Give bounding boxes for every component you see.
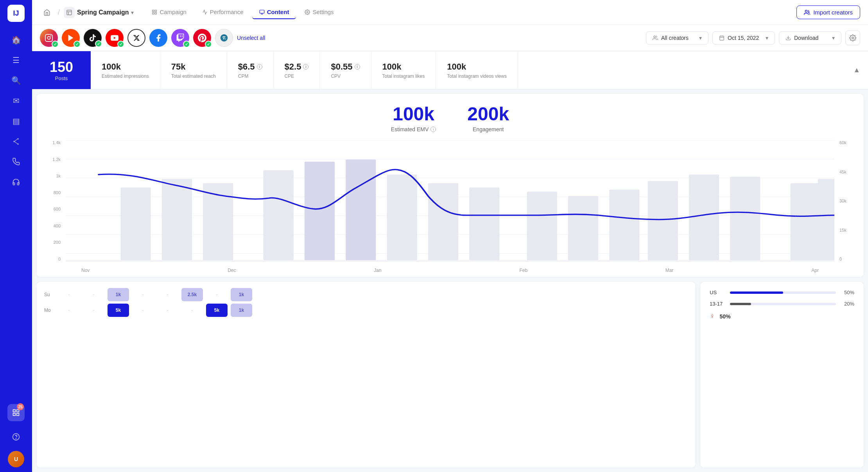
nav-tabs: Campaign Performance Content Settings xyxy=(145,5,341,19)
y-label-1.4k: 1.4k xyxy=(52,140,61,145)
tab-campaign[interactable]: Campaign xyxy=(145,5,193,19)
chart-panel: 100k Estimated EMV i 200k Engagement 1.4… xyxy=(36,93,864,277)
sidebar-bottom: 25 U xyxy=(7,402,25,467)
emv-value: 100k xyxy=(391,103,436,125)
heatmap-cell: - xyxy=(83,304,104,317)
top-navigation: / Spring Campaign ▾ Campaign Performance… xyxy=(32,0,868,25)
sidebar-item-mail[interactable]: ✉ xyxy=(7,92,25,109)
chart-metrics: 100k Estimated EMV i 200k Engagement xyxy=(48,103,852,132)
y-right-60k: 60k xyxy=(839,140,846,145)
sidebar-item-share[interactable] xyxy=(7,133,25,150)
svg-rect-6 xyxy=(17,410,19,412)
user-avatar[interactable]: U xyxy=(8,451,24,467)
heatmap-cell: 1k xyxy=(231,304,252,317)
country-label: US xyxy=(710,290,725,295)
stat-ig-likes: 100k Total instagram likes xyxy=(371,51,436,89)
tab-performance[interactable]: Performance xyxy=(195,5,251,19)
platform-reels[interactable]: ✓ xyxy=(62,29,80,47)
stats-bar: 150 Posts 100k Estimated impressions 75k… xyxy=(32,51,868,89)
sidebar-item-stats-wrap: 25 xyxy=(7,402,25,423)
sidebar-logo[interactable]: IJ xyxy=(7,5,25,22)
sidebar-item-search[interactable]: 🔍 xyxy=(7,72,25,89)
platform-instagram[interactable]: ✓ xyxy=(40,29,58,47)
age-pct: 20% xyxy=(841,301,854,307)
heatmap-cell: - xyxy=(58,288,80,301)
svg-rect-51 xyxy=(469,188,499,260)
svg-rect-54 xyxy=(609,190,639,260)
svg-rect-59 xyxy=(818,179,834,260)
stat-cpe-value: $2.5 i xyxy=(285,62,309,72)
tab-performance-label: Performance xyxy=(210,9,244,15)
cpm-info-icon[interactable]: i xyxy=(257,64,262,70)
creators-dropdown[interactable]: All creators ▾ xyxy=(646,31,708,45)
heatmap-cell: - xyxy=(181,304,203,317)
tab-content[interactable]: Content xyxy=(252,5,296,19)
home-button[interactable] xyxy=(40,5,54,20)
stat-ig-views-value: 100k xyxy=(447,62,466,72)
platform-pinterest[interactable]: ✓ xyxy=(193,29,211,47)
emv-info-icon[interactable]: i xyxy=(430,127,436,132)
x-axis-labels: Nov Dec Jan Feb Mar Apr xyxy=(66,268,834,273)
breadcrumb-separator: / xyxy=(58,8,60,16)
svg-marker-26 xyxy=(68,35,74,41)
chart-area: 1.4k 1.2k 1k 800 600 400 200 0 60k 45k 3… xyxy=(48,140,852,273)
sidebar-item-card[interactable]: ▤ xyxy=(7,113,25,130)
heatmap-cell: 5k xyxy=(206,304,228,317)
creators-chevron-icon: ▾ xyxy=(699,35,702,41)
platform-youtube-check: ✓ xyxy=(117,41,124,48)
age-bar-fill xyxy=(730,303,751,305)
country-pct: 50% xyxy=(841,290,854,295)
tab-content-label: Content xyxy=(267,9,289,15)
svg-rect-47 xyxy=(305,162,335,260)
sidebar-item-help[interactable] xyxy=(7,428,25,445)
platform-twitch[interactable]: ✓ xyxy=(171,29,189,47)
day-label-su: Su xyxy=(44,292,55,297)
heatmap-cell: 2.5k xyxy=(181,288,203,301)
date-dropdown[interactable]: Oct 15, 2022 ▾ xyxy=(712,31,775,45)
svg-rect-43 xyxy=(120,188,151,260)
sidebar-item-home[interactable]: 🏠 xyxy=(7,31,25,48)
age-bar-track xyxy=(730,303,836,305)
heatmap-cell: - xyxy=(157,304,178,317)
svg-point-1 xyxy=(17,138,18,139)
download-label: Download xyxy=(794,35,818,41)
country-bar-track xyxy=(730,291,836,294)
stat-cpe-label: CPE xyxy=(285,73,294,79)
sidebar-item-menu[interactable]: ☰ xyxy=(7,52,25,69)
platform-twitter[interactable] xyxy=(127,29,145,47)
unselect-all-button[interactable]: Unselect all xyxy=(237,35,265,41)
svg-line-3 xyxy=(15,139,18,141)
download-chevron-icon: ▾ xyxy=(832,35,835,41)
stat-ig-likes-label: Total instagram likes xyxy=(382,73,425,79)
svg-rect-58 xyxy=(791,183,821,260)
cpv-info-icon[interactable]: i xyxy=(355,64,360,70)
import-creators-button[interactable]: Import creators xyxy=(796,5,860,19)
platform-youtube[interactable]: ✓ xyxy=(106,29,124,47)
cpe-info-icon[interactable]: i xyxy=(303,64,308,70)
settings-gear-button[interactable] xyxy=(845,30,860,45)
download-dropdown[interactable]: Download ▾ xyxy=(779,31,841,45)
platform-tiktok[interactable]: ✓ xyxy=(84,29,102,47)
sidebar-item-listen[interactable] xyxy=(7,173,25,191)
country-demo-row: US 50% xyxy=(710,290,854,295)
campaign-breadcrumb[interactable]: Spring Campaign ▾ xyxy=(64,7,134,18)
heatmap-cell: - xyxy=(157,288,178,301)
svg-point-24 xyxy=(47,36,50,39)
platform-tiktok-check: ✓ xyxy=(95,40,102,47)
platform-bar-filters: All creators ▾ Oct 15, 2022 ▾ Download ▾ xyxy=(646,30,860,45)
platform-wordpress[interactable] xyxy=(215,29,233,47)
heatmap-cell: - xyxy=(206,288,228,301)
sidebar-item-phone[interactable] xyxy=(7,153,25,170)
y-label-1.2k: 1.2k xyxy=(52,157,61,162)
tab-settings[interactable]: Settings xyxy=(298,5,341,19)
heatmap-cell: - xyxy=(132,288,154,301)
collapse-stats-button[interactable]: ▲ xyxy=(849,62,864,78)
svg-rect-14 xyxy=(155,13,157,14)
svg-rect-49 xyxy=(387,175,417,260)
import-creators-label: Import creators xyxy=(813,9,853,16)
platform-facebook[interactable] xyxy=(149,29,167,47)
svg-rect-53 xyxy=(568,196,598,261)
campaign-name: Spring Campaign xyxy=(77,9,129,16)
y-right-0: 0 xyxy=(839,257,842,261)
svg-rect-8 xyxy=(13,413,16,416)
